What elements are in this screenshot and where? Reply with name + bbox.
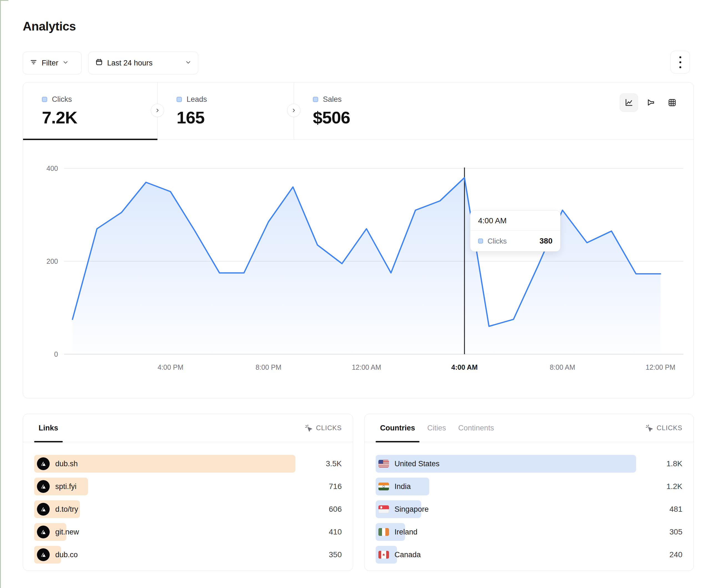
india-flag-icon	[379, 482, 389, 490]
analytics-card: Clicks 7.2K Leads 165 Sales $506	[23, 82, 694, 398]
link-row-git-new[interactable]: git.new 410	[34, 523, 342, 541]
tooltip-series-label: Clicks	[488, 237, 507, 246]
expand-clicks-button[interactable]	[151, 104, 164, 117]
country-clicks-value: 240	[652, 550, 683, 559]
svg-text:8:00 AM: 8:00 AM	[550, 363, 575, 371]
funnel-view-button[interactable]	[641, 93, 660, 112]
table-view-button[interactable]	[663, 93, 681, 112]
tab-leads[interactable]: Leads 165	[157, 82, 294, 139]
dub-logo-icon	[37, 503, 50, 516]
country-row-singapore[interactable]: Singapore 481	[375, 500, 683, 518]
link-clicks-value: 410	[311, 527, 342, 537]
tab-sales-label: Sales	[323, 95, 342, 104]
country-row-india[interactable]: India 1.2K	[375, 478, 683, 495]
country-clicks-value: 481	[652, 505, 683, 514]
link-row-dub-co[interactable]: dub.co 350	[34, 546, 342, 564]
chevron-right-icon	[155, 108, 160, 113]
analytics-page: Analytics Filter Last 24 hours	[0, 0, 711, 588]
country-clicks-value: 305	[652, 527, 683, 537]
links-panel: Links CLICKS dub.sh 3.5K	[23, 414, 353, 571]
geo-metric-toggle[interactable]: CLICKS	[645, 424, 683, 432]
tab-continents[interactable]: Continents	[458, 414, 494, 442]
chart-tooltip: 4:00 AM Clicks 380	[470, 210, 561, 252]
sales-legend-swatch	[313, 97, 318, 102]
country-clicks-value: 1.8K	[652, 459, 683, 468]
page-title: Analytics	[23, 19, 76, 33]
filter-icon	[30, 58, 38, 68]
link-label: dub.sh	[55, 459, 78, 468]
dub-logo-icon	[37, 457, 50, 470]
metric-tabs: Clicks 7.2K Leads 165 Sales $506	[23, 82, 693, 140]
country-label: Ireland	[394, 528, 417, 537]
table-grid-icon	[667, 98, 677, 107]
svg-text:12:00 PM: 12:00 PM	[645, 363, 675, 371]
country-label: Canada	[394, 550, 421, 559]
leads-value: 165	[177, 108, 294, 127]
date-range-button[interactable]: Last 24 hours	[88, 51, 198, 74]
us-flag-icon	[379, 460, 389, 468]
link-row-d-to-try[interactable]: d.to/try 606	[34, 500, 342, 518]
dub-logo-icon	[37, 548, 50, 561]
clicks-legend-swatch	[42, 97, 47, 102]
link-clicks-value: 350	[311, 550, 342, 559]
link-row-spti-fyi[interactable]: spti.fyi 716	[34, 478, 342, 495]
cursor-click-icon	[304, 424, 313, 432]
line-chart-icon	[624, 98, 633, 107]
window-edge-accent-left	[0, 0, 1, 588]
country-row-united-states[interactable]: United States 1.8K	[375, 455, 683, 473]
link-label: dub.co	[55, 550, 78, 559]
calendar-icon	[95, 58, 103, 68]
funnel-icon	[646, 98, 655, 107]
tab-leads-label: Leads	[187, 95, 207, 104]
expand-leads-button[interactable]	[287, 104, 300, 117]
chart-view-switcher	[620, 93, 681, 112]
chevron-down-icon	[185, 59, 191, 67]
link-label: git.new	[55, 528, 79, 537]
country-clicks-value: 1.2K	[652, 482, 683, 491]
leads-legend-swatch	[177, 97, 182, 102]
tab-countries[interactable]: Countries	[380, 414, 415, 442]
country-label: India	[394, 482, 411, 491]
tab-cities[interactable]: Cities	[427, 414, 446, 442]
tab-links[interactable]: Links	[39, 414, 58, 442]
geo-metric-label: CLICKS	[656, 424, 683, 432]
country-label: Singapore	[394, 505, 429, 514]
tooltip-time: 4:00 AM	[470, 210, 560, 231]
filter-button-label: Filter	[42, 59, 58, 67]
tab-sales[interactable]: Sales $506	[294, 82, 430, 139]
chevron-right-icon	[291, 108, 297, 113]
dub-logo-icon	[37, 526, 50, 538]
sales-value: $506	[313, 108, 430, 127]
link-label: d.to/try	[55, 505, 78, 514]
more-menu-button[interactable]	[670, 51, 690, 73]
links-metric-label: CLICKS	[316, 424, 342, 432]
svg-text:4:00 PM: 4:00 PM	[157, 363, 183, 371]
filter-button[interactable]: Filter	[23, 51, 82, 74]
date-range-label: Last 24 hours	[107, 59, 153, 67]
dub-logo-icon	[37, 480, 50, 493]
svg-text:400: 400	[46, 164, 58, 172]
tooltip-series-value: 380	[539, 236, 553, 246]
svg-text:8:00 PM: 8:00 PM	[255, 363, 281, 371]
window-edge-accent-top	[0, 0, 8, 1]
line-chart-view-button[interactable]	[620, 93, 638, 112]
svg-text:4:00 AM: 4:00 AM	[451, 363, 478, 371]
country-row-canada[interactable]: Canada 240	[375, 546, 683, 564]
link-clicks-value: 3.5K	[311, 459, 342, 468]
country-row-ireland[interactable]: Ireland 305	[375, 523, 683, 541]
canada-flag-icon	[379, 551, 389, 559]
tab-clicks[interactable]: Clicks 7.2K	[23, 82, 157, 139]
link-row-dub-sh[interactable]: dub.sh 3.5K	[34, 455, 342, 473]
tooltip-series-swatch	[478, 239, 483, 244]
country-label: United States	[394, 459, 439, 468]
chevron-down-icon	[62, 59, 69, 67]
geo-panel-header: Countries Cities Continents CLICKS	[365, 414, 693, 442]
link-clicks-value: 716	[311, 482, 342, 491]
links-panel-header: Links CLICKS	[23, 414, 353, 442]
clicks-area-chart: 02004004:00 PM8:00 PM12:00 AM4:00 AM8:00…	[36, 155, 686, 381]
svg-text:0: 0	[54, 350, 58, 358]
link-label: spti.fyi	[55, 482, 77, 491]
clicks-value: 7.2K	[42, 108, 157, 127]
svg-text:200: 200	[46, 257, 58, 265]
links-metric-toggle[interactable]: CLICKS	[304, 424, 342, 432]
